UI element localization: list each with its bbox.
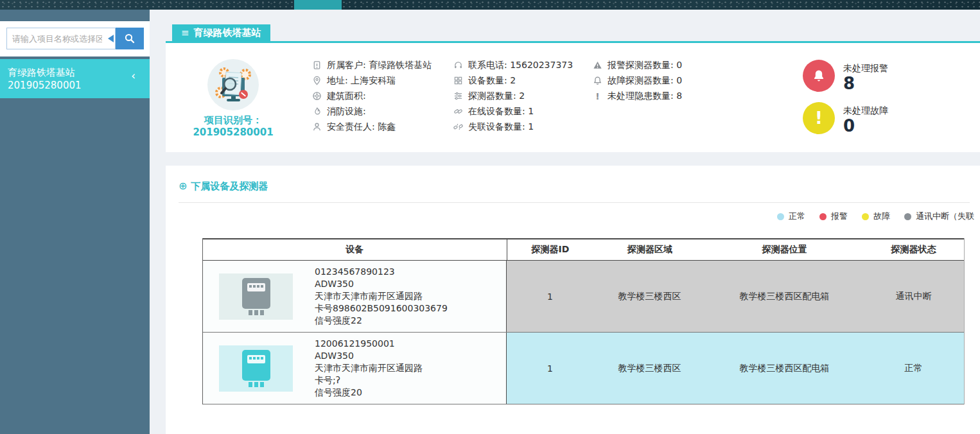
detector-cells: 1 教学楼三楼西区 教学楼三楼西区配电箱 通讯中断 bbox=[507, 261, 964, 332]
info-building-area-text: 建筑面积: bbox=[327, 91, 366, 102]
header-detector-area: 探测器区域 bbox=[593, 239, 706, 260]
legend-label: 正常 bbox=[789, 211, 805, 222]
top-banner bbox=[0, 0, 980, 10]
info-fault-detector-count: 故障探测器数量: 0 bbox=[593, 75, 682, 86]
info-alarm-detector-text: 报警探测器数量: 0 bbox=[608, 60, 682, 71]
detector-location: 教学楼三楼西区配电箱 bbox=[706, 363, 863, 374]
info-offline-count-text: 失联设备数量: 1 bbox=[468, 121, 534, 133]
info-device-count: 设备数量: 2 bbox=[453, 75, 573, 86]
detector-id: 1 bbox=[507, 291, 593, 302]
device-card-no: 卡号898602B5091600303679 bbox=[315, 302, 448, 315]
section-title-text: 下属设备及探测器 bbox=[191, 180, 268, 192]
header-detector-location: 探测器位置 bbox=[706, 239, 863, 260]
info-phone: 联系电话: 15620237373 bbox=[453, 60, 573, 71]
device-serial: 01234567890123 bbox=[315, 266, 448, 278]
unhandled-alarm-count: 8 bbox=[843, 74, 855, 93]
sidebar-project-name: 育绿路铁塔基站 bbox=[8, 66, 142, 79]
device-model: ADW350 bbox=[315, 278, 448, 290]
device-signal: 信号强度20 bbox=[315, 386, 423, 399]
device-thumb bbox=[219, 273, 293, 320]
project-illustration-icon bbox=[207, 59, 259, 110]
section-divider bbox=[179, 202, 970, 203]
broken-link-icon bbox=[453, 122, 463, 132]
device-signal: 信号强度22 bbox=[315, 315, 448, 327]
detector-location: 教学楼三楼西区配电箱 bbox=[706, 291, 863, 302]
info-address: 地址: 上海安科瑞 bbox=[312, 75, 432, 86]
exclamation-icon: ! bbox=[593, 91, 602, 101]
device-model: ADW350 bbox=[315, 350, 423, 362]
info-fire-facility: 消防设施: bbox=[312, 106, 432, 117]
header-detector-id: 探测器ID bbox=[507, 239, 594, 260]
info-alarm-detector-count: 报警探测器数量: 0 bbox=[593, 60, 682, 71]
project-id-label: 项目识别号： bbox=[175, 114, 291, 126]
meter-device-icon bbox=[241, 278, 272, 315]
alarm-dot-icon bbox=[819, 213, 827, 220]
section-title: ⊕下属设备及探测器 bbox=[179, 180, 268, 193]
device-address: 天津市天津市南开区通园路 bbox=[315, 362, 423, 374]
info-column-3: 报警探测器数量: 0 故障探测器数量: 0 ! 未处理隐患数量: 8 bbox=[593, 60, 682, 101]
project-info-card: 项目识别号： 201905280001 所属客户: 育绿路铁塔基站 地址: 上海… bbox=[166, 43, 980, 152]
table-row[interactable]: 12006121950001 ADW350 天津市天津市南开区通园路 卡号;ʔ … bbox=[203, 333, 964, 404]
legend-label: 通讯中断（失联 bbox=[916, 211, 974, 222]
table-row[interactable]: 01234567890123 ADW350 天津市天津市南开区通园路 卡号898… bbox=[203, 261, 964, 333]
search-button[interactable] bbox=[116, 28, 144, 49]
circle-plus-icon: ⊕ bbox=[179, 180, 187, 192]
legend-label: 报警 bbox=[831, 211, 848, 222]
device-thumb bbox=[219, 345, 293, 392]
info-safety-person-text: 安全责任人: 陈鑫 bbox=[327, 121, 396, 133]
unhandled-fault-badge: ! bbox=[803, 102, 835, 134]
unhandled-alarm-label: 未处理报警 bbox=[843, 63, 888, 74]
search-icon bbox=[124, 33, 136, 44]
device-info: 12006121950001 ADW350 天津市天津市南开区通园路 卡号;ʔ … bbox=[315, 338, 423, 399]
sidebar: 育绿路铁塔基站 201905280001 ‹ bbox=[0, 10, 150, 434]
bell-icon bbox=[811, 68, 827, 83]
legend-item-fault: 故障 bbox=[862, 211, 890, 222]
header-device: 设备 bbox=[203, 239, 507, 260]
chevron-left-icon[interactable]: ‹ bbox=[131, 69, 136, 82]
unhandled-alarm-badge bbox=[803, 60, 835, 92]
status-legend: 正常 报警 故障 通讯中断（失联 bbox=[777, 211, 974, 222]
meter-device-icon bbox=[241, 350, 272, 387]
legend-item-alarm: 报警 bbox=[819, 211, 848, 222]
info-online-count-text: 在线设备数量: 1 bbox=[468, 106, 534, 117]
sidebar-project-code: 201905280001 bbox=[8, 79, 142, 92]
bell-outline-icon bbox=[593, 76, 602, 85]
project-id-block: 项目识别号： 201905280001 bbox=[175, 114, 291, 139]
fault-dot-icon bbox=[862, 213, 869, 220]
devices-card: ⊕下属设备及探测器 正常 报警 故障 通讯中断（失联 设备 bbox=[166, 166, 980, 434]
collapse-arrow-icon[interactable] bbox=[108, 35, 114, 42]
offline-dot-icon bbox=[904, 213, 911, 220]
sliders-icon bbox=[453, 91, 463, 101]
info-column-2: 联系电话: 15620237373 设备数量: 2 bbox=[453, 60, 573, 132]
detector-cells: 1 教学楼三楼西区 教学楼三楼西区配电箱 正常 bbox=[507, 333, 964, 404]
detector-area: 教学楼三楼西区 bbox=[593, 363, 706, 374]
grid-icon bbox=[453, 76, 463, 85]
device-serial: 12006121950001 bbox=[315, 338, 423, 350]
top-banner-accent bbox=[294, 0, 342, 10]
person-icon bbox=[312, 122, 322, 132]
menu-icon: ≡ bbox=[181, 27, 189, 39]
header-detector-status: 探测器状态 bbox=[863, 239, 964, 260]
normal-dot-icon bbox=[777, 213, 784, 220]
legend-item-normal: 正常 bbox=[777, 211, 805, 222]
detector-status: 通讯中断 bbox=[863, 291, 964, 302]
location-pin-icon bbox=[312, 76, 322, 85]
unhandled-fault-count: 0 bbox=[843, 116, 855, 135]
info-fire-facility-text: 消防设施: bbox=[327, 106, 366, 117]
info-fault-detector-text: 故障探测器数量: 0 bbox=[608, 75, 682, 87]
info-column-1: 所属客户: 育绿路铁塔基站 地址: 上海安科瑞 建筑面积: bbox=[312, 60, 432, 132]
project-tab[interactable]: ≡育绿路铁塔基站 bbox=[172, 24, 270, 41]
area-wheel-icon bbox=[312, 91, 322, 101]
sidebar-item-project[interactable]: 育绿路铁塔基站 201905280001 ‹ bbox=[0, 59, 150, 98]
info-hidden-danger-text: 未处理隐患数量: 8 bbox=[608, 91, 682, 102]
unhandled-fault-label: 未处理故障 bbox=[843, 105, 888, 117]
info-device-count-text: 设备数量: 2 bbox=[468, 75, 516, 87]
search-input[interactable] bbox=[6, 28, 116, 49]
info-detector-count: 探测器数量: 2 bbox=[453, 91, 573, 101]
project-id-value: 201905280001 bbox=[175, 126, 291, 139]
warning-triangle-icon bbox=[593, 60, 602, 70]
info-building-area: 建筑面积: bbox=[312, 91, 432, 101]
device-card-no: 卡号;ʔ bbox=[315, 374, 423, 386]
device-cell: 01234567890123 ADW350 天津市天津市南开区通园路 卡号898… bbox=[203, 261, 507, 332]
info-phone-text: 联系电话: 15620237373 bbox=[468, 60, 573, 71]
